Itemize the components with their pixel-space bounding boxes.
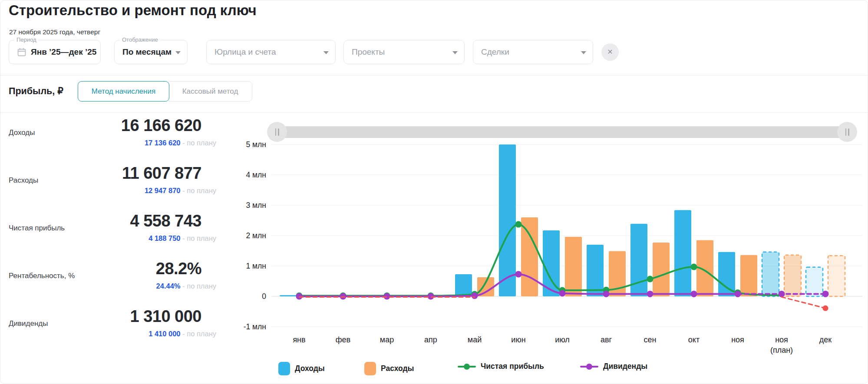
page-date: 27 ноября 2025 года, четверг [9,28,100,36]
bar-revenue-10 [718,252,735,296]
point-Дивиденды-10 [735,291,741,297]
point-Дивиденды-9 [691,291,697,297]
slider-handle-left[interactable] [267,122,287,142]
period-field[interactable]: Период Янв ’25—дек ’25 [9,40,101,64]
method-tabs: Метод начисления Кассовый метод [78,81,252,102]
legend-label: Дивиденды [603,362,647,371]
point-Чистая прибыль-8 [647,276,653,282]
display-mode-value: По месяцам [122,47,172,57]
line-план (прогноз) [782,297,825,308]
clear-filters-button[interactable]: ✕ [601,43,619,61]
entities-placeholder: Юрлица и счета [215,47,276,57]
bar-expense-12 [828,256,845,296]
grip-icon [848,128,849,136]
x-axis-label: дек [802,335,849,345]
point-Чистая прибыль-9 [691,264,697,270]
legend-line-swatch [580,364,598,370]
point-Дивиденды-12 [822,291,829,297]
metric-plan: 4 188 750 - по плану [79,234,216,243]
legend-label: Чистая прибыль [481,362,544,371]
tab-cash-method[interactable]: Кассовый метод [168,81,252,102]
legend-item-4[interactable]: Дивиденды [580,362,647,371]
chevron-down-icon [581,51,586,54]
grip-icon [845,128,847,136]
x-axis-label: ноя [714,335,762,345]
period-value: Янв ’25—дек ’25 [31,47,96,57]
display-mode-dropdown[interactable]: Отображение По месяцам [114,40,188,64]
metric-plan: 24.44% - по плану [79,282,216,290]
metric-value: 4 558 743 [79,212,216,230]
legend-line-swatch [458,364,476,370]
metric-value: 28.2% [79,259,216,278]
x-axis-label: фев [319,335,367,345]
display-mode-label: Отображение [120,36,160,43]
deals-placeholder: Сделки [481,47,509,57]
grip-icon [275,128,277,136]
x-axis-label: июл [538,335,586,345]
point-Дивиденды-11 [779,291,785,297]
deals-dropdown[interactable]: Сделки [473,40,593,64]
bar-revenue-7 [587,245,604,296]
legend-item-2[interactable]: Расходы [364,362,414,375]
legend-item-1[interactable]: Доходы [278,362,325,375]
period-field-label: Период [14,36,39,43]
bar-expense-10 [740,255,757,296]
projects-dropdown[interactable]: Проекты [343,40,465,64]
legend-bar-swatch [278,362,290,375]
point-Дивиденды-5 [515,271,522,277]
point-Дивиденды-6 [559,290,566,297]
chevron-down-icon [323,51,329,54]
metric-row: Доходы16 166 62017 136 620 - по плану [0,115,218,162]
profit-chart [244,140,868,335]
bar-expense-5 [521,217,538,296]
point-план (прогноз)-12 [823,305,828,311]
bar-revenue-8 [630,224,647,296]
metric-label: Чистая прибыль [9,224,65,233]
section-title: Прибыль, ₽ [9,85,63,97]
line-Дивиденды [299,274,738,296]
x-axis-label: сен [626,335,674,345]
point-Чистая прибыль-5 [515,221,522,228]
x-axis-label: апр [407,335,455,345]
dashboard: Строительство и ремонт под ключ 27 ноябр… [0,0,868,384]
tab-accrual-method[interactable]: Метод начисления [78,81,169,102]
metric-row: Расходы11 607 87712 947 870 - по плану [0,163,218,210]
metric-label: Доходы [9,128,35,137]
bar-expense-8 [653,243,670,296]
metric-value: 1 310 000 [79,307,216,326]
chevron-down-icon [175,51,181,54]
x-axis-label: май [451,335,498,345]
projects-placeholder: Проекты [352,47,385,57]
page-title: Строительство и ремонт под ключ [9,2,257,19]
calendar-icon [17,47,26,57]
x-axis-label: окт [670,335,718,345]
metric-label: Расходы [9,176,38,185]
metric-label: Рентабельность, % [9,272,75,280]
metric-plan: 1 410 000 - по плану [79,330,216,338]
bar-revenue-11 [762,252,779,296]
point-Дивиденды-4 [472,292,478,299]
legend-label: Расходы [381,364,414,373]
bar-revenue-9 [674,210,691,296]
x-axis-label: мар [363,335,411,345]
entities-dropdown[interactable]: Юрлица и счета [206,40,336,64]
bar-expense-11 [784,255,801,296]
chart-range-slider-track[interactable] [268,126,852,138]
metric-row: Дивиденды1 310 0001 410 000 - по плану [0,306,218,353]
bar-revenue-4 [455,274,472,296]
legend-bar-swatch [364,362,376,375]
metric-value: 16 166 620 [79,116,216,135]
metric-row: Рентабельность, %28.2%24.44% - по плану [0,259,218,305]
slider-handle-right[interactable] [837,122,857,142]
divider [0,75,868,75]
legend-item-3[interactable]: Чистая прибыль [458,362,544,371]
metric-row: Чистая прибыль4 558 7434 188 750 - по пл… [0,211,218,258]
bar-expense-6 [565,237,582,296]
bar-expense-4 [477,277,494,296]
x-axis-label: янв [275,335,323,345]
bar-revenue-0 [280,295,297,296]
bar-revenue-12 [806,267,823,296]
chevron-down-icon [452,51,458,54]
point-Дивиденды-8 [647,291,653,297]
bar-revenue-5 [499,144,516,296]
